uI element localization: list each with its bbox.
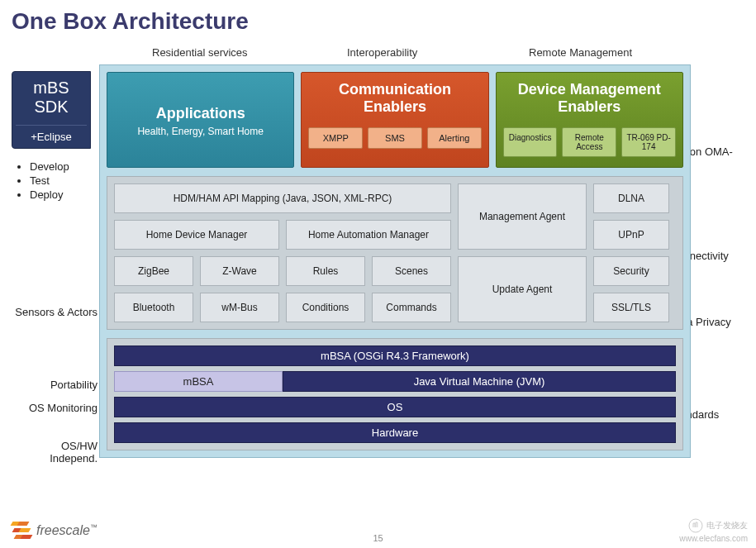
box-os: OS — [114, 397, 676, 417]
box-jvm: Java Virtual Machine (JVM) — [283, 371, 676, 392]
box-device-management-enablers: Device Management Enablers Diagnostics R… — [496, 72, 683, 168]
box-mbsa: mBSA — [114, 371, 283, 392]
label-sensors-actors: Sensors & Actors — [12, 306, 97, 318]
sdk-line2: SDK — [16, 98, 87, 117]
label-os-monitoring: OS Monitoring — [12, 402, 97, 414]
sdk-line1: mBS — [16, 79, 87, 98]
pill-tr069: TR-069 PD-174 — [621, 127, 676, 157]
box-zwave: Z-Wave — [200, 256, 279, 286]
box-management-agent: Management Agent — [458, 183, 587, 250]
box-commands: Commands — [372, 293, 451, 322]
box-api-mapping: HDM/HAM API Mapping (Java, JSON, XML-RPC… — [114, 183, 451, 213]
devmgt-title: Device Management Enablers — [503, 81, 676, 116]
box-conditions: Conditions — [286, 293, 365, 322]
label-os-hw-independ: OS/HW Independ. — [12, 440, 97, 465]
pill-remote-access: Remote Access — [562, 127, 616, 157]
pill-xmpp: XMPP — [308, 127, 363, 149]
platform-stack: mBSA (OSGi R4.3 Framework) mBSA Java Vir… — [107, 338, 683, 450]
slide-title: One Box Architecture — [0, 0, 756, 35]
sdk-bullet: Deploy — [30, 188, 69, 201]
box-dlna: DLNA — [593, 183, 669, 213]
box-ssltls: SSL/TLS — [593, 293, 669, 322]
label-interoperability: Interoperability — [347, 46, 417, 59]
sdk-bullet: Develop — [30, 160, 69, 173]
label-remote-management: Remote Management — [529, 46, 632, 59]
box-scenes: Scenes — [372, 256, 451, 286]
pill-sms: SMS — [368, 127, 422, 149]
applications-title: Applications — [114, 105, 287, 122]
sdk-box: mBS SDK +Eclipse — [12, 71, 91, 149]
box-osgi: mBSA (OSGi R4.3 Framework) — [114, 345, 676, 366]
box-hardware: Hardware — [114, 422, 676, 443]
middleware-band: HDM/HAM API Mapping (Java, JSON, XML-RPC… — [107, 176, 683, 330]
box-communication-enablers: Communication Enablers XMPP SMS Alerting — [301, 72, 488, 168]
box-upnp: UPnP — [593, 220, 669, 250]
architecture-container: Applications Health, Energy, Smart Home … — [99, 64, 691, 458]
freescale-logo: freescale™ — [12, 520, 97, 541]
freescale-logo-icon — [12, 520, 33, 541]
box-bluetooth: Bluetooth — [114, 293, 193, 322]
sdk-bullet-list: Develop Test Deploy — [18, 160, 69, 203]
footer: freescale™ 15 电子发烧友 www.elecfans.com — [0, 510, 756, 548]
box-home-automation-manager: Home Automation Manager — [286, 220, 451, 250]
page-number: 15 — [373, 533, 383, 543]
pill-alerting: Alerting — [427, 127, 482, 149]
box-zigbee: ZigBee — [114, 256, 193, 286]
watermark: 电子发烧友 www.elecfans.com — [679, 517, 748, 543]
sdk-bullet: Test — [30, 174, 69, 187]
label-portability: Portability — [12, 379, 97, 391]
pill-diagnostics: Diagnostics — [503, 127, 558, 157]
box-applications: Applications Health, Energy, Smart Home — [107, 72, 294, 168]
label-residential: Residential services — [152, 46, 248, 59]
communication-title: Communication Enablers — [308, 81, 481, 116]
box-update-agent: Update Agent — [458, 256, 587, 322]
top-category-labels: Residential services Interoperability Re… — [0, 46, 756, 63]
freescale-logo-text: freescale™ — [36, 523, 97, 538]
hand-icon — [687, 517, 704, 534]
sdk-line3: +Eclipse — [16, 125, 87, 143]
box-rules: Rules — [286, 256, 365, 286]
box-wmbus: wM-Bus — [200, 293, 279, 322]
applications-subtitle: Health, Energy, Smart Home — [114, 126, 287, 137]
box-home-device-manager: Home Device Manager — [114, 220, 279, 250]
box-security: Security — [593, 256, 669, 286]
